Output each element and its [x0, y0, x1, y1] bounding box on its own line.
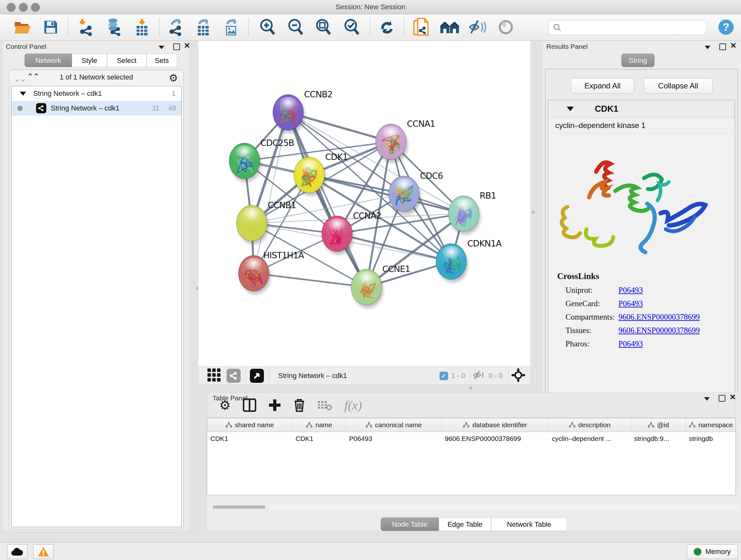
string-results-container: Expand All Collapse All CDK1 cyclin–depe… [545, 69, 738, 415]
collection-expander-icon[interactable] [20, 91, 26, 96]
tab-sets[interactable]: Sets [146, 54, 177, 67]
export-image-button[interactable] [221, 17, 241, 37]
crosslinks-section: CrossLinks Uniprot:P06493GeneCard:P06493… [557, 271, 735, 348]
import-network-file-button[interactable] [77, 17, 96, 37]
control-panel-close-button[interactable]: ✕ [184, 43, 190, 50]
node-details-header[interactable]: CDK1 [548, 100, 735, 118]
string-network-icon [36, 103, 46, 113]
help-button[interactable]: ? [716, 17, 736, 37]
network-view-canvas[interactable]: CCNB2CCNA1CDC25BCDK1CDC6RB1CCNB1CCNA2CDK… [199, 41, 530, 367]
open-session-button[interactable] [13, 17, 32, 37]
table-panel-close-button[interactable]: ✕ [730, 394, 736, 401]
zoom-selected-button[interactable] [342, 17, 362, 37]
refresh-view-button[interactable] [377, 17, 397, 37]
import-network-database-button[interactable] [104, 17, 124, 37]
hidden-eye-slash-icon[interactable] [473, 370, 485, 382]
search-input[interactable] [564, 23, 706, 32]
node-navigator-crosshair-icon[interactable] [511, 368, 525, 383]
control-panel-float-button[interactable] [158, 45, 164, 51]
cell-namespace[interactable]: stringdb [686, 432, 736, 445]
crosslink-link[interactable]: 9606.ENSP00000378699 [618, 326, 700, 335]
expand-all-button[interactable]: Expand All [571, 78, 634, 94]
window-title: Session: New Session [0, 3, 741, 11]
hide-display-button[interactable] [468, 17, 488, 37]
selected-nodes-checkbox-icon[interactable]: ✓ [440, 372, 448, 380]
export-network-button[interactable] [166, 17, 186, 37]
warnings-button[interactable] [33, 544, 54, 559]
cell-canonical-name[interactable]: P06493 [346, 432, 442, 445]
string-network-graph[interactable]: CCNB2CCNA1CDC25BCDK1CDC6RB1CCNB1CCNA2CDK… [199, 41, 530, 367]
memory-button[interactable]: Memory [687, 544, 738, 559]
details-expander-icon[interactable] [567, 107, 574, 111]
create-column-plus-icon[interactable] [268, 399, 281, 412]
string-home-button[interactable] [440, 17, 460, 37]
network-options-gear-icon[interactable]: ⚙ [169, 72, 178, 84]
tab-network[interactable]: Network [24, 54, 72, 67]
tab-edge-table[interactable]: Edge Table [439, 517, 491, 531]
string-document-button[interactable] [412, 17, 431, 37]
column-header-namespace[interactable]: namespace [686, 418, 736, 432]
tab-network-table[interactable]: Network Table [491, 517, 567, 531]
bottom-splitter-handle[interactable] [469, 386, 472, 389]
table-panel-maximize-button[interactable] [719, 395, 725, 403]
node-label-CDKN1A: CDKN1A [467, 239, 502, 248]
tab-string[interactable]: String [621, 54, 655, 67]
collapse-all-button[interactable]: Collapse All [644, 78, 713, 94]
delete-table-icon[interactable] [318, 400, 332, 411]
cell-description[interactable]: cyclin–dependent ... [549, 432, 631, 445]
sphere-icon [498, 20, 513, 35]
crosslink-row: Compartments:9606.ENSP00000378699 [565, 313, 735, 321]
cell-shared-name[interactable]: CDK1 [207, 432, 292, 445]
zoom-out-button[interactable] [286, 17, 306, 37]
show-display-button[interactable] [496, 17, 516, 37]
import-network-icon [78, 18, 95, 36]
export-table-button[interactable] [193, 17, 213, 37]
birds-eye-view-icon[interactable] [207, 368, 221, 383]
results-panel-maximize-button[interactable] [719, 44, 726, 51]
column-header--id[interactable]: @id [631, 418, 686, 432]
toolbar-separator [68, 18, 68, 36]
node-description: cyclin–dependent kinase 1 [548, 118, 735, 133]
tab-select[interactable]: Select [107, 54, 146, 67]
cell--id[interactable]: stringdb:9... [631, 432, 686, 445]
node-table[interactable]: shared namenamecanonical namedatabase id… [207, 418, 736, 495]
network-row-selected[interactable]: String Network – cdk1 11 48 [11, 101, 181, 116]
results-panel-float-button[interactable] [704, 45, 711, 51]
control-panel-maximize-button[interactable] [173, 44, 180, 51]
toolbar-search[interactable] [548, 20, 706, 35]
crosslink-link[interactable]: P06493 [618, 339, 643, 348]
delete-column-trash-icon[interactable] [293, 398, 306, 412]
control-panel-title: Control Panel [6, 43, 46, 51]
import-table-file-button[interactable] [132, 17, 152, 37]
column-header-shared-name[interactable]: shared name [207, 418, 292, 432]
right-splitter-handle[interactable] [532, 211, 535, 214]
scrollbar-thumb[interactable] [212, 505, 266, 509]
table-horizontal-scrollbar[interactable] [210, 505, 738, 509]
node-label-HIST1H1A: HIST1H1A [263, 250, 305, 260]
crosslink-row: GeneCard:P06493 [565, 299, 735, 308]
cloud-status-button[interactable] [7, 544, 27, 559]
cell-name[interactable]: CDK1 [292, 432, 346, 445]
zoom-fit-button[interactable] [314, 17, 333, 37]
open-in-new-window-icon[interactable] [250, 369, 264, 383]
string-style-icon[interactable] [226, 369, 241, 383]
tab-style[interactable]: Style [72, 54, 107, 67]
crosslink-link[interactable]: P06493 [618, 286, 643, 295]
crosslinks-title: CrossLinks [557, 271, 735, 281]
node-table-data-row[interactable]: CDK1CDK1P064939606.ENSP00000378699cyclin… [207, 432, 736, 445]
table-panel-float-button[interactable] [704, 396, 710, 402]
results-panel-close-button[interactable]: ✕ [730, 43, 737, 50]
network-collection-row[interactable]: String Network – cdk1 1 [11, 86, 181, 101]
crosslink-link[interactable]: 9606.ENSP00000378699 [618, 313, 700, 321]
column-header-database-identifier[interactable]: database identifier [442, 418, 549, 432]
column-header-description[interactable]: description [549, 418, 631, 432]
tab-node-table[interactable]: Node Table [381, 517, 439, 531]
zoom-in-button[interactable] [258, 17, 278, 37]
crosslink-link[interactable]: P06493 [618, 299, 643, 308]
search-icon [552, 23, 562, 32]
save-session-button[interactable] [41, 17, 61, 37]
cell-database-identifier[interactable]: 9606.ENSP00000378699 [442, 432, 549, 445]
function-builder-icon[interactable]: f(x) [344, 398, 362, 413]
column-header-name[interactable]: name [292, 418, 346, 432]
column-header-canonical-name[interactable]: canonical name [346, 418, 442, 432]
